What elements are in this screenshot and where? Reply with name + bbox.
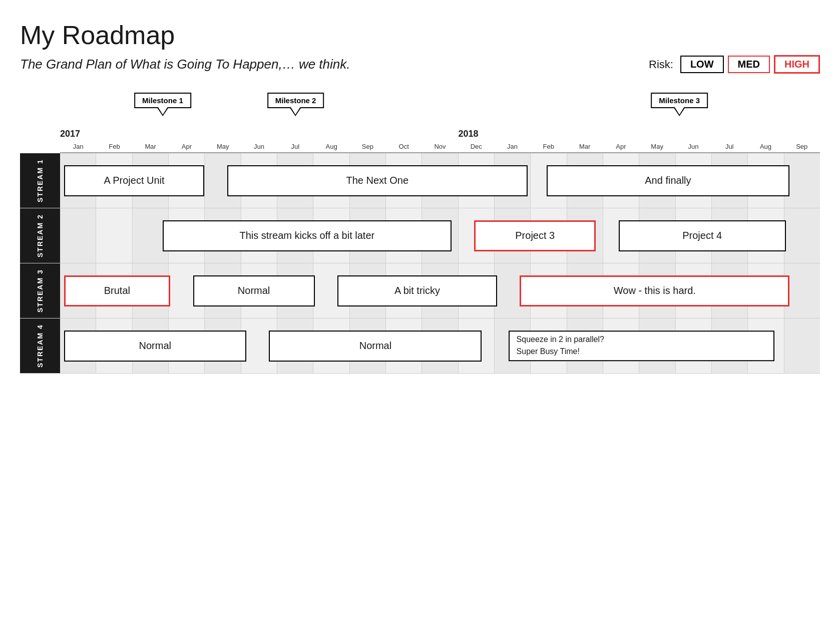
page-title: My Roadmap	[20, 20, 820, 50]
month-20: Sep	[784, 143, 820, 150]
month-18: Jul	[711, 143, 747, 150]
month-1: Feb	[96, 143, 132, 150]
month-3: Apr	[169, 143, 205, 150]
month-12: Jan	[494, 143, 530, 150]
month-17: Jun	[675, 143, 711, 150]
year-label-2: 2018	[458, 129, 478, 139]
stream-grid-1: A Project UnitThe Next OneAnd finally	[60, 153, 820, 208]
milestones-row: Milestone 1Milestone 2Milestone 3	[60, 89, 820, 129]
risk-low-badge: LOW	[680, 56, 724, 73]
month-5: Jun	[241, 143, 277, 150]
month-7: Aug	[313, 143, 349, 150]
milestone-1: Milestone 1	[134, 93, 191, 108]
year-labels: 20172018	[60, 129, 820, 143]
stream-row-3: STREAM 3BrutalNormalA bit trickyWow - th…	[20, 263, 820, 319]
month-13: Feb	[531, 143, 567, 150]
stream-label-1: STREAM 1	[20, 153, 60, 208]
stream-label-2: STREAM 2	[20, 208, 60, 263]
milestone-3: Milestone 3	[651, 93, 708, 108]
month-0: Jan	[60, 143, 96, 150]
risk-med-badge: MED	[728, 56, 770, 73]
month-2: Mar	[133, 143, 169, 150]
month-9: Oct	[386, 143, 422, 150]
month-14: Mar	[567, 143, 603, 150]
month-10: Nov	[422, 143, 458, 150]
year-label-1: 2017	[60, 129, 80, 139]
risk-label: Risk:	[649, 58, 673, 71]
risk-high-badge: HIGH	[774, 55, 820, 74]
month-19: Aug	[747, 143, 783, 150]
milestone-2: Milestone 2	[267, 93, 324, 108]
risk-section: Risk: LOW MED HIGH	[649, 55, 820, 74]
month-11: Dec	[458, 143, 494, 150]
month-8: Sep	[349, 143, 385, 150]
stream-grid-2: This stream kicks off a bit laterProject…	[60, 208, 820, 263]
stream-row-2: STREAM 2This stream kicks off a bit late…	[20, 208, 820, 263]
streams-container: STREAM 1A Project UnitThe Next OneAnd fi…	[20, 153, 820, 374]
stream-grid-4: NormalNormalSqueeze in 2 in parallel?Sup…	[60, 319, 820, 373]
stream-label-4: STREAM 4	[20, 319, 60, 373]
stream-grid-3: BrutalNormalA bit trickyWow - this is ha…	[60, 263, 820, 318]
stream-row-4: STREAM 4NormalNormalSqueeze in 2 in para…	[20, 319, 820, 374]
stream-row-1: STREAM 1A Project UnitThe Next OneAnd fi…	[20, 153, 820, 208]
month-4: May	[205, 143, 241, 150]
month-15: Apr	[603, 143, 639, 150]
month-16: May	[639, 143, 675, 150]
subtitle: The Grand Plan of What is Going To Happe…	[20, 57, 350, 72]
month-row: JanFebMarAprMayJunJulAugSepOctNovDecJanF…	[60, 143, 820, 153]
month-6: Jul	[277, 143, 313, 150]
stream-label-3: STREAM 3	[20, 263, 60, 318]
